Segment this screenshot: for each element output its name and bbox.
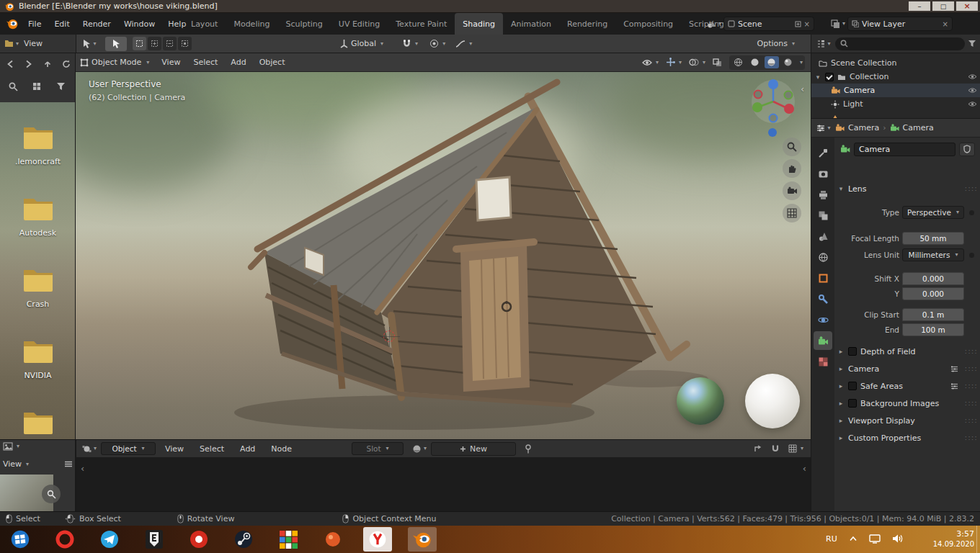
unlink-view-layer-icon[interactable]: × [943,20,948,28]
outliner-search-input[interactable] [852,39,960,48]
safe-areas-checkbox[interactable] [848,382,857,390]
panel-grip-icon[interactable]: :::: [965,434,978,441]
panel-grip-icon[interactable]: :::: [965,185,978,192]
wireframe-shading-icon[interactable] [731,56,746,68]
maximize-button[interactable]: □ [932,1,954,11]
shader-editor-canvas[interactable]: ‹ ‹ [76,457,811,511]
browse-material-icon[interactable]: ▾ [411,441,428,456]
menu-window[interactable]: Window [117,13,161,35]
volume-icon[interactable] [892,534,904,544]
rendered-shading-icon[interactable] [781,56,796,68]
telegram-icon[interactable] [95,527,124,552]
red-app-icon[interactable] [184,527,213,552]
viewport-3d[interactable]: Object Mode ▾ View Select Add Object ▾ ▾… [76,53,811,439]
start-button[interactable] [6,527,35,552]
tab-animation[interactable]: Animation [503,13,559,35]
lens-panel-header[interactable]: ▾ Lens :::: [837,181,978,197]
camera-view-button[interactable] [783,181,801,200]
options-dropdown[interactable]: Options ▾ [757,39,795,48]
object-visibility-dropdown[interactable]: ▾ [642,59,659,66]
disclosure-triangle-icon[interactable]: ▾ [814,73,821,81]
tab-render-icon[interactable] [815,166,831,181]
outliner-row-partial[interactable] [811,111,980,118]
outliner-filter-icon[interactable] [968,40,976,48]
presets-icon[interactable] [950,383,958,390]
image-editor-type[interactable]: ▾ [3,442,19,451]
region-expand-left-icon[interactable]: ‹ [81,463,84,474]
panel-grip-icon[interactable]: :::: [965,365,978,372]
material-preview-shading-icon[interactable] [765,56,779,68]
panel-safe-areas[interactable]: ▸ Safe Areas :::: [837,378,978,394]
snap-cursor-arrow-icon[interactable] [754,444,762,453]
file-search-icon[interactable] [6,79,20,94]
panel-camera[interactable]: ▸ Camera :::: [837,361,978,377]
refresh-icon[interactable] [59,57,74,71]
active-tool-icon[interactable]: ▾ [81,36,98,52]
tab-world-icon[interactable] [815,249,831,265]
network-icon[interactable] [869,534,881,544]
breadcrumb-data-label[interactable]: Camera [903,123,934,132]
shader-editor-icon[interactable]: ▾ [81,441,98,456]
select-mode-extend-icon[interactable] [148,37,161,50]
tab-modifiers-icon[interactable] [815,291,831,307]
tab-texture-icon[interactable] [815,354,831,369]
forward-icon[interactable] [22,57,36,71]
tab-texture-paint[interactable]: Texture Paint [388,13,455,35]
slot-dropdown[interactable]: Slot▾ [352,442,404,455]
depth-of-field-checkbox[interactable] [848,347,857,356]
menu-file[interactable]: File [22,13,48,35]
folder-item[interactable] [0,408,76,436]
orange-app-icon[interactable] [318,527,347,552]
collection-checkbox[interactable] [825,73,834,81]
decorator-dot-icon[interactable] [969,253,974,258]
filter-icon[interactable] [53,79,68,94]
shift-x-field[interactable]: 0.000 [902,272,964,285]
back-icon[interactable] [3,57,17,71]
panel-background-images[interactable]: ▸ Background Images :::: [837,395,978,411]
clip-end-field[interactable]: 100 m [902,323,964,336]
browse-view-layer-icon[interactable]: ▾ [830,17,846,31]
unlink-scene-icon[interactable]: × [804,20,810,28]
clip-start-field[interactable]: 0.1 m [902,308,964,321]
minimize-button[interactable]: – [909,1,930,11]
panel-grip-icon[interactable]: :::: [965,348,978,355]
xray-toggle-icon[interactable] [713,58,722,67]
orthographic-toggle-button[interactable] [783,204,801,222]
shader-menu-add[interactable]: Add [233,440,262,457]
shift-y-field[interactable]: 0.000 [902,287,964,300]
select-mode-subtract-icon[interactable] [163,37,177,50]
new-scene-icon[interactable] [795,21,801,27]
file-browser-editor-icon[interactable]: ▾ [3,36,20,52]
snapping-magnet-icon[interactable] [771,444,780,453]
folder-item[interactable]: NVIDIA [0,336,76,380]
mode-dropdown[interactable]: Object Mode ▾ [80,58,149,67]
tab-rendering[interactable]: Rendering [559,13,615,35]
focal-length-field[interactable]: 50 mm [902,232,964,245]
folder-item[interactable]: Autodesk [0,194,76,238]
tab-view-layer-icon[interactable] [815,207,831,223]
solid-shading-icon[interactable] [748,56,762,68]
breadcrumb-object-label[interactable]: Camera [848,123,879,132]
tab-shading[interactable]: Shading [455,13,503,35]
sidebar-toggle-icon[interactable]: ‹ [801,84,804,94]
parent-directory-icon[interactable] [40,57,55,71]
blender-taskbar-icon[interactable] [408,527,437,552]
shader-menu-node[interactable]: Node [264,440,298,457]
viewport-menu-select[interactable]: Select [187,53,224,71]
tab-layout[interactable]: Layout [183,13,226,35]
outliner-editor-icon[interactable]: ▾ [815,37,832,51]
outliner-search[interactable] [835,37,965,50]
zoom-badge-icon[interactable] [42,485,61,503]
select-mode-invert-icon[interactable] [178,37,192,50]
snapping-controls[interactable]: ▾ [402,39,418,48]
rubiks-cube-icon[interactable] [274,527,303,552]
pan-hand-button[interactable] [783,159,801,178]
folder-item[interactable]: .lemoncraft [0,122,76,166]
browse-scene-icon[interactable]: ▾ [706,17,722,31]
new-material-button[interactable]: New [431,442,516,456]
panel-grip-icon[interactable]: :::: [965,382,978,390]
show-desktop-button[interactable] [976,526,980,553]
tab-sculpting[interactable]: Sculpting [277,13,330,35]
file-browser-view-menu[interactable]: View [20,35,46,53]
viewport-menu-add[interactable]: Add [224,53,252,71]
